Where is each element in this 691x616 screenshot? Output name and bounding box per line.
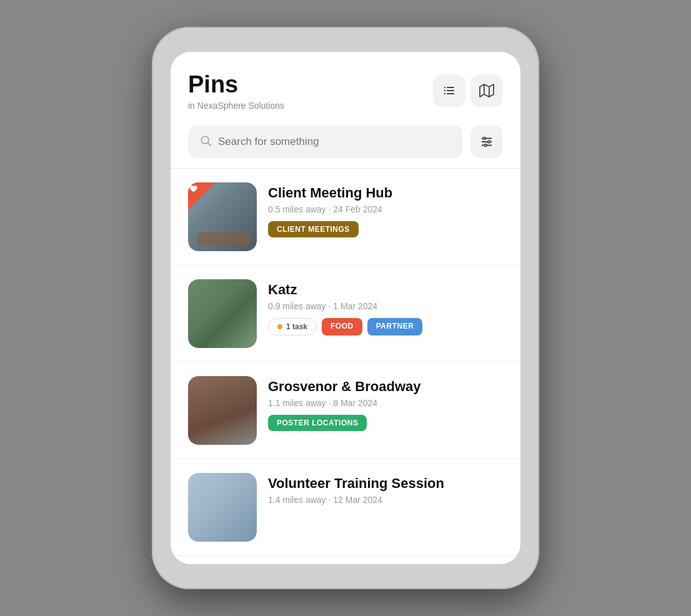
phone-shell: Pins in NexaSphere Solutions [152,27,539,589]
page-subtitle: in NexaSphere Solutions [188,101,284,111]
pin-meta: 0.9 miles away · 1 Mar 2024 [268,301,503,311]
list-item[interactable]: Client Meeting Hub 0.5 miles away · 24 F… [171,169,520,266]
header-title-group: Pins in NexaSphere Solutions [188,72,284,111]
list-item[interactable]: Katz 0.9 miles away · 1 Mar 2024 1 taskF… [171,266,520,362]
pin-tags: 1 taskFOODPARTNER [268,318,503,335]
task-badge: 1 task [268,318,317,335]
pin-image [188,279,257,348]
list-item[interactable]: Volunteer Training Session 1.4 miles awa… [171,459,520,556]
tag: FOOD [322,318,362,335]
pin-image-wrapper [188,182,257,251]
pin-image [188,473,257,542]
search-row [171,121,520,168]
pin-meta: 1.4 miles away · 12 Mar 2024 [268,495,503,505]
pin-image-wrapper [188,473,257,542]
svg-point-14 [488,141,490,143]
pin-image [188,376,257,445]
search-box[interactable] [188,126,463,158]
list-item[interactable]: Grosvenor & Broadway 1.1 miles away · 8 … [171,362,520,459]
svg-line-10 [208,143,211,146]
svg-point-12 [484,137,486,139]
svg-point-2 [444,90,445,91]
header-actions [433,74,503,107]
pin-name: Katz [268,282,503,298]
pin-tags: POSTER LOCATIONS [268,415,503,431]
pin-image-wrapper [188,279,257,348]
pin-info: Katz 0.9 miles away · 1 Mar 2024 1 taskF… [268,279,503,335]
tag: PARTNER [367,318,423,335]
pin-list: Client Meeting Hub 0.5 miles away · 24 F… [171,169,520,556]
page-title: Pins [188,72,284,98]
pin-info: Client Meeting Hub 0.5 miles away · 24 F… [268,182,503,237]
app-container: Pins in NexaSphere Solutions [171,52,520,564]
svg-point-4 [444,93,445,94]
list-view-button[interactable] [433,74,465,107]
pin-meta: 0.5 miles away · 24 Feb 2024 [268,204,503,214]
pin-meta: 1.1 miles away · 8 Mar 2024 [268,398,503,408]
header: Pins in NexaSphere Solutions [171,52,520,121]
pin-tags: CLIENT MEETINGS [268,221,503,237]
pin-image-wrapper [188,376,257,445]
svg-point-16 [484,144,487,146]
tag: POSTER LOCATIONS [268,415,367,431]
pin-name: Grosvenor & Broadway [268,379,503,395]
pin-info: Volunteer Training Session 1.4 miles awa… [268,473,503,512]
pin-name: Volunteer Training Session [268,475,503,492]
search-icon [199,134,212,149]
tag: CLIENT MEETINGS [268,221,359,237]
pin-name: Client Meeting Hub [268,185,503,201]
task-dot [277,324,282,329]
pin-info: Grosvenor & Broadway 1.1 miles away · 8 … [268,376,503,431]
filter-button[interactable] [470,126,503,158]
map-view-button[interactable] [470,74,503,107]
search-input[interactable] [218,136,452,148]
svg-marker-6 [480,84,494,97]
svg-point-0 [444,87,445,88]
heart-badge [188,182,216,210]
